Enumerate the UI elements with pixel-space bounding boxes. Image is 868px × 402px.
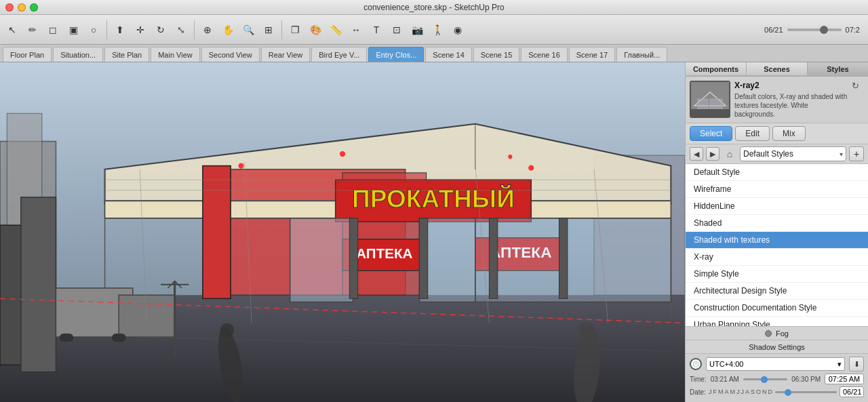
date-row: Date: JFMAMJJASOND 06/21 bbox=[690, 386, 864, 397]
scale-icon[interactable]: ⤡ bbox=[172, 20, 191, 39]
refresh-style-button[interactable]: ↻ bbox=[852, 81, 864, 93]
style-list-item-wireframe[interactable]: Wireframe bbox=[686, 181, 868, 198]
month-letter-J: J bbox=[736, 388, 740, 395]
timeline-thumb bbox=[820, 26, 828, 34]
timeline-slider[interactable] bbox=[787, 28, 842, 31]
style-thumb-inner bbox=[691, 82, 729, 117]
scene-tab-main-view[interactable]: Main View bbox=[151, 47, 200, 62]
scene-tab-scene-14[interactable]: Scene 14 bbox=[425, 47, 471, 62]
style-tab-edit[interactable]: Edit bbox=[735, 126, 770, 141]
scene-tab-scene-15[interactable]: Scene 15 bbox=[473, 47, 519, 62]
svg-rect-22 bbox=[475, 218, 671, 302]
style-nav: ◀ ▶ ⌂ Default Styles ▾ + bbox=[686, 144, 868, 164]
rotate-icon[interactable]: ↻ bbox=[151, 20, 170, 39]
scene-tab-second-view[interactable]: Second View bbox=[201, 47, 260, 62]
scene-tab-site-plan[interactable]: Site Plan bbox=[104, 47, 149, 62]
time-value-input[interactable]: 07:25 AM bbox=[825, 374, 864, 384]
month-letter-D: D bbox=[768, 388, 772, 395]
push-pull-icon[interactable]: ⬆ bbox=[111, 20, 130, 39]
style-list-item-urban-planning-style[interactable]: Urban Planning Style bbox=[686, 317, 868, 326]
month-letter-A: A bbox=[745, 388, 749, 395]
month-letter-A: A bbox=[724, 388, 728, 395]
svg-point-36 bbox=[220, 323, 235, 337]
month-letter-J: J bbox=[709, 388, 712, 395]
window-title: convenience_store.skp - SketchUp Pro bbox=[363, 3, 504, 12]
date-value-input[interactable]: 06/21 bbox=[840, 386, 864, 397]
circle-tool-icon[interactable]: ○ bbox=[84, 20, 103, 39]
style-tab-mix[interactable]: Mix bbox=[772, 126, 806, 141]
scene-tab-----------[interactable]: Главный... bbox=[616, 47, 667, 62]
time-row: Time: 03:21 AM 06:30 PM 07:25 AM bbox=[690, 374, 864, 384]
utc-dropdown[interactable]: UTC+4:00 ▾ bbox=[706, 357, 845, 371]
style-list-item-hiddenline[interactable]: HiddenLine bbox=[686, 198, 868, 215]
building-sketch-svg: ПРОКАТНЫЙ АПТЕКА АПТЕКА bbox=[0, 62, 685, 402]
zoom-extents-icon[interactable]: ⊞ bbox=[259, 20, 278, 39]
walk-icon[interactable]: 🚶 bbox=[428, 20, 447, 39]
maximize-button[interactable] bbox=[30, 3, 38, 12]
fog-row[interactable]: Fog bbox=[686, 327, 868, 340]
nav-back-button[interactable]: ◀ bbox=[690, 147, 703, 161]
home-button[interactable]: ⌂ bbox=[722, 146, 737, 161]
timeline-area: 06/21 07:2 bbox=[764, 26, 865, 34]
utc-copy-button[interactable]: ⬇ bbox=[849, 357, 864, 371]
style-list-item-simple-style[interactable]: Simple Style bbox=[686, 266, 868, 283]
time-slider[interactable] bbox=[743, 378, 787, 380]
new-style-button[interactable]: + bbox=[849, 146, 864, 161]
scenes-section-header[interactable]: Scenes bbox=[747, 62, 808, 76]
styles-section-header[interactable]: Styles bbox=[808, 62, 868, 76]
style-list-item-default-style[interactable]: Default Style bbox=[686, 164, 868, 181]
style-icon[interactable]: ◉ bbox=[448, 20, 467, 39]
style-preview-area: X-ray2 Default colors, X-ray and shaded … bbox=[686, 77, 868, 123]
nav-forward-button[interactable]: ▶ bbox=[706, 147, 719, 161]
style-list-item-x-ray[interactable]: X-ray bbox=[686, 249, 868, 266]
scene-tab-floor-plan[interactable]: Floor Plan bbox=[3, 47, 52, 62]
camera-icon[interactable]: 📷 bbox=[408, 20, 427, 39]
orbit-icon[interactable]: ⊕ bbox=[198, 20, 217, 39]
timeline-left-time: 06/21 bbox=[764, 26, 783, 34]
eraser-tool-icon[interactable]: ◻ bbox=[43, 20, 62, 39]
dimension-icon[interactable]: ↔ bbox=[347, 20, 366, 39]
svg-point-48 bbox=[238, 163, 243, 168]
measure-icon[interactable]: 📏 bbox=[326, 20, 345, 39]
scene-tab-scene-16[interactable]: Scene 16 bbox=[521, 47, 567, 62]
style-dropdown[interactable]: Default Styles ▾ bbox=[740, 146, 846, 161]
shadow-settings-row[interactable]: Shadow Settings bbox=[686, 340, 868, 354]
scene-tabs-bar: Floor PlanSituation...Site PlanMain View… bbox=[0, 45, 868, 62]
svg-rect-23 bbox=[349, 218, 357, 299]
close-button[interactable] bbox=[5, 3, 14, 12]
zoom-icon[interactable]: 🔍 bbox=[239, 20, 258, 39]
scene-tab-entry-clos---[interactable]: Entry Clos... bbox=[368, 47, 424, 62]
scene-tab-bird-eye-v---[interactable]: Bird Eye V... bbox=[311, 47, 367, 62]
component-icon[interactable]: ❐ bbox=[285, 20, 304, 39]
date-slider[interactable] bbox=[775, 391, 837, 393]
right-panel: Components Scenes Styles bbox=[685, 62, 868, 402]
pencil-tool-icon[interactable]: ✏ bbox=[23, 20, 42, 39]
minimize-button[interactable] bbox=[18, 3, 26, 12]
move-icon[interactable]: ✛ bbox=[131, 20, 150, 39]
pan-icon[interactable]: ✋ bbox=[218, 20, 237, 39]
style-list-item-construction-documentation-style[interactable]: Construction Documentation Style bbox=[686, 300, 868, 317]
utc-label: UTC+4:00 bbox=[709, 360, 743, 368]
scene-tab-rear-view[interactable]: Rear View bbox=[261, 47, 311, 62]
month-letter-M: M bbox=[730, 388, 735, 395]
section-icon[interactable]: ⊡ bbox=[387, 20, 406, 39]
viewport[interactable]: ПРОКАТНЫЙ АПТЕКА АПТЕКА bbox=[0, 62, 685, 402]
date-label: Date: bbox=[690, 388, 706, 396]
scene-tab-situation---[interactable]: Situation... bbox=[53, 47, 103, 62]
panel-footer: Fog Shadow Settings bbox=[686, 326, 868, 354]
components-section-header[interactable]: Components bbox=[686, 62, 747, 76]
paint-icon[interactable]: 🎨 bbox=[306, 20, 325, 39]
style-list-item-shaded-with-textures[interactable]: Shaded with textures bbox=[686, 232, 868, 249]
select-tool-icon[interactable]: ↖ bbox=[3, 20, 22, 39]
rectangle-tool-icon[interactable]: ▣ bbox=[64, 20, 83, 39]
style-list-item-architectural-design-style[interactable]: Architectural Design Style bbox=[686, 283, 868, 300]
svg-rect-31 bbox=[60, 334, 74, 342]
time-slider-thumb bbox=[761, 376, 768, 383]
style-tab-select[interactable]: Select bbox=[690, 126, 732, 141]
style-list[interactable]: Default StyleWireframeHiddenLineShadedSh… bbox=[686, 164, 868, 326]
text-icon[interactable]: T bbox=[367, 20, 386, 39]
scene-tab-scene-17[interactable]: Scene 17 bbox=[569, 47, 615, 62]
style-list-item-shaded[interactable]: Shaded bbox=[686, 215, 868, 232]
month-letter-O: O bbox=[756, 388, 761, 395]
style-name: X-ray2 bbox=[734, 81, 848, 90]
